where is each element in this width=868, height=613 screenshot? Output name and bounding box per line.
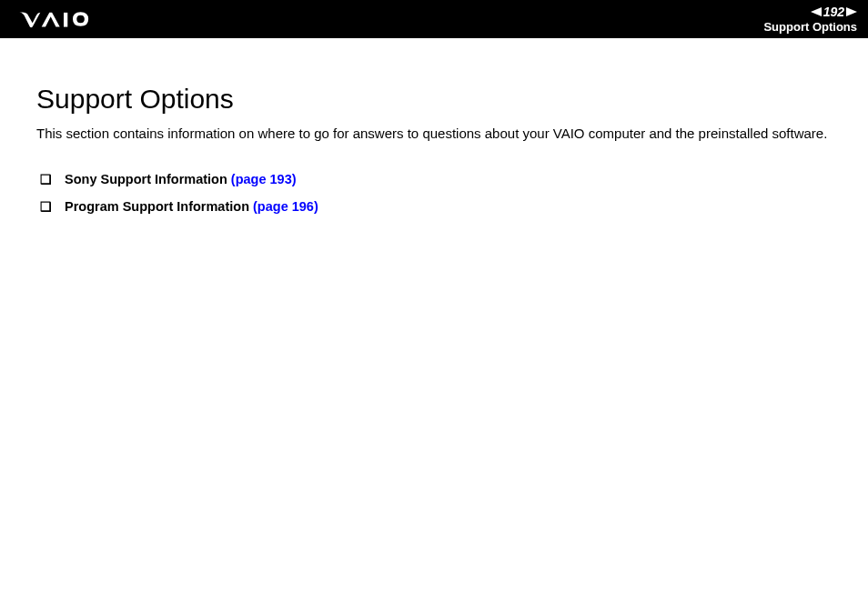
nav-prev-icon[interactable] xyxy=(811,7,822,16)
page-link[interactable]: (page 196) xyxy=(253,199,318,214)
header-bar: 192 Support Options xyxy=(0,0,868,38)
svg-marker-1 xyxy=(811,7,822,16)
page-number: 192 xyxy=(823,5,844,19)
list-item: ❑ Program Support Information (page 196) xyxy=(40,197,832,217)
intro-text: This section contains information on whe… xyxy=(36,124,832,143)
breadcrumb: Support Options xyxy=(763,20,857,34)
nav-next-icon[interactable] xyxy=(846,7,857,16)
list-item: ❑ Sony Support Information (page 193) xyxy=(40,170,832,190)
content-area: Support Options This section contains in… xyxy=(0,38,868,217)
toc-list: ❑ Sony Support Information (page 193) ❑ … xyxy=(36,170,832,217)
bullet-icon: ❑ xyxy=(40,170,52,189)
list-item-label: Program Support Information xyxy=(65,199,253,214)
svg-marker-2 xyxy=(846,7,857,16)
header-right: 192 Support Options xyxy=(763,5,857,34)
page-nav: 192 xyxy=(763,5,857,19)
page-link[interactable]: (page 193) xyxy=(231,172,297,186)
page-title: Support Options xyxy=(36,84,832,115)
vaio-logo xyxy=(18,10,109,28)
svg-rect-0 xyxy=(64,13,67,27)
bullet-icon: ❑ xyxy=(40,197,52,216)
list-item-label: Sony Support Information xyxy=(65,172,231,186)
